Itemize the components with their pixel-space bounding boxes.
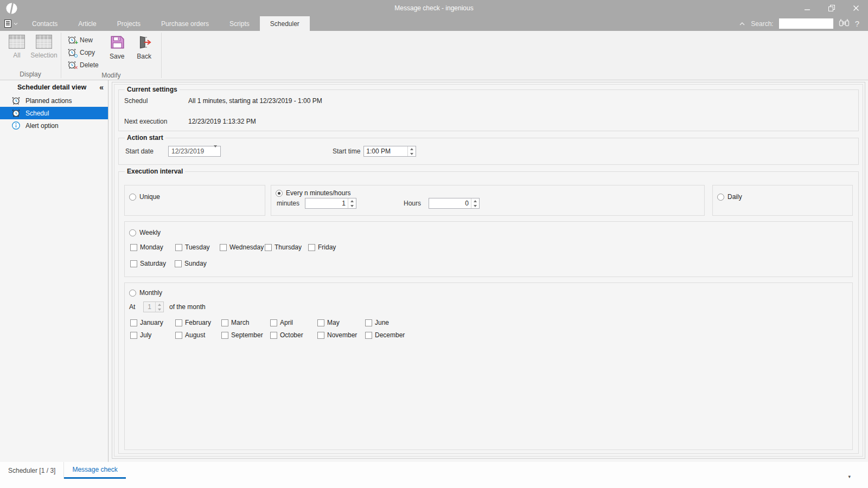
sidebar-collapse-button[interactable]: « xyxy=(99,83,104,92)
dropdown-arrow-icon[interactable] xyxy=(210,147,220,155)
daily-radio[interactable] xyxy=(717,194,724,201)
tab-contacts[interactable]: Contacts xyxy=(22,16,68,31)
tab-list-dropdown-icon[interactable]: ▾ xyxy=(848,474,851,479)
spin-up-button[interactable] xyxy=(471,198,479,203)
minutes-spinner[interactable]: 1 xyxy=(305,198,356,209)
minimize-button[interactable] xyxy=(795,0,819,16)
july-checkbox[interactable] xyxy=(130,332,137,339)
saturday-checkbox-item[interactable]: Saturday xyxy=(130,260,175,267)
close-button[interactable] xyxy=(844,0,868,16)
may-checkbox[interactable] xyxy=(317,319,324,326)
spin-up-button[interactable] xyxy=(156,302,163,307)
unique-radio-option[interactable]: Unique xyxy=(129,193,260,201)
june-checkbox[interactable] xyxy=(365,319,372,326)
tab-purchase-orders[interactable]: Purchase orders xyxy=(151,16,219,31)
april-checkbox-item[interactable]: April xyxy=(270,319,317,326)
day-of-month-spinner[interactable]: 1 xyxy=(143,301,164,312)
monthly-radio[interactable] xyxy=(129,290,136,297)
wednesday-checkbox[interactable] xyxy=(220,244,227,251)
delete-button[interactable]: ✕ Delete xyxy=(65,59,101,71)
march-checkbox[interactable] xyxy=(221,319,228,326)
bottom-tab-scheduler[interactable]: Scheduler [1 / 3] xyxy=(0,462,64,479)
all-button[interactable]: All xyxy=(3,33,30,59)
saturday-checkbox[interactable] xyxy=(130,260,137,267)
monday-checkbox-item[interactable]: Monday xyxy=(130,243,175,251)
spin-down-button[interactable] xyxy=(471,203,479,208)
sidebar-item-planned-actions[interactable]: Planned actions xyxy=(0,94,108,107)
start-date-select[interactable]: 12/23/2019 xyxy=(168,146,221,157)
ribbon-toolbar: All Selection Display + New xyxy=(0,31,868,80)
june-checkbox-item[interactable]: June xyxy=(365,319,389,326)
find-button[interactable] xyxy=(839,18,850,29)
weekly-radio-option[interactable]: Weekly xyxy=(129,229,848,236)
tuesday-checkbox-item[interactable]: Tuesday xyxy=(175,243,220,251)
spin-down-button[interactable] xyxy=(348,203,356,208)
december-checkbox[interactable] xyxy=(365,332,372,339)
copy-button[interactable]: Copy xyxy=(65,46,101,59)
search-input[interactable] xyxy=(779,18,833,29)
new-button[interactable]: + New xyxy=(65,34,101,46)
august-checkbox[interactable] xyxy=(175,332,182,339)
sunday-checkbox-item[interactable]: Sunday xyxy=(175,260,207,267)
february-checkbox-item[interactable]: February xyxy=(175,319,221,326)
application-menu-button[interactable] xyxy=(0,16,22,31)
start-time-spinner[interactable]: 1:00 PM xyxy=(363,146,416,157)
back-button[interactable]: Back xyxy=(131,33,158,60)
thursday-checkbox[interactable] xyxy=(265,244,272,251)
monday-checkbox[interactable] xyxy=(130,244,137,251)
august-checkbox-item[interactable]: August xyxy=(175,331,221,339)
may-checkbox-item[interactable]: May xyxy=(317,319,365,326)
spin-up-button[interactable] xyxy=(408,146,416,151)
every-n-radio-option[interactable]: Every n minutes/hours xyxy=(276,189,700,197)
tab-scheduler[interactable]: Scheduler xyxy=(260,16,310,31)
january-checkbox[interactable] xyxy=(130,319,137,326)
sidebar-item-alert-option[interactable]: Alert option xyxy=(0,119,108,132)
selection-button-label: Selection xyxy=(30,52,57,59)
save-button[interactable]: Save xyxy=(104,33,131,60)
monthly-radio-option[interactable]: Monthly xyxy=(129,289,848,297)
july-checkbox-item[interactable]: July xyxy=(130,331,175,339)
tuesday-checkbox[interactable] xyxy=(175,244,182,251)
december-checkbox-item[interactable]: December xyxy=(365,331,405,339)
january-label: January xyxy=(140,319,163,326)
wednesday-checkbox-item[interactable]: Wednesday xyxy=(220,243,265,251)
weekly-radio[interactable] xyxy=(129,229,136,236)
group-current-settings: Current settings Schedul All 1 minutes, … xyxy=(118,86,859,131)
april-checkbox[interactable] xyxy=(270,319,277,326)
group-execution-interval-legend: Execution interval xyxy=(125,168,185,175)
november-checkbox[interactable] xyxy=(317,332,324,339)
selection-button[interactable]: Selection xyxy=(30,33,58,59)
help-button[interactable]: ? xyxy=(855,19,859,28)
unique-radio[interactable] xyxy=(129,194,136,201)
october-checkbox-item[interactable]: October xyxy=(270,331,317,339)
thursday-checkbox-item[interactable]: Thursday xyxy=(265,243,308,251)
february-checkbox[interactable] xyxy=(175,319,182,326)
march-label: March xyxy=(231,319,249,326)
april-label: April xyxy=(280,319,293,326)
day-of-month-value: 1 xyxy=(144,302,155,312)
sidebar-item-schedul[interactable]: Schedul xyxy=(0,107,108,119)
every-n-radio[interactable] xyxy=(276,190,283,197)
october-checkbox[interactable] xyxy=(270,332,277,339)
tab-scripts[interactable]: Scripts xyxy=(219,16,260,31)
september-checkbox-item[interactable]: September xyxy=(221,331,270,339)
unique-option-box: Unique xyxy=(124,185,265,216)
save-button-label: Save xyxy=(110,53,124,60)
spin-down-button[interactable] xyxy=(408,151,416,156)
september-checkbox[interactable] xyxy=(221,332,228,339)
bottom-tab-message-check[interactable]: Message check xyxy=(64,462,125,479)
sunday-checkbox[interactable] xyxy=(175,260,182,267)
tab-article[interactable]: Article xyxy=(68,16,106,31)
march-checkbox-item[interactable]: March xyxy=(221,319,270,326)
ribbon-collapse-button[interactable] xyxy=(739,20,745,28)
friday-checkbox[interactable] xyxy=(308,244,315,251)
spin-down-button[interactable] xyxy=(156,307,163,312)
tab-projects[interactable]: Projects xyxy=(107,16,151,31)
spin-up-button[interactable] xyxy=(348,198,356,203)
hours-spinner[interactable]: 0 xyxy=(429,198,480,209)
november-checkbox-item[interactable]: November xyxy=(317,331,365,339)
january-checkbox-item[interactable]: January xyxy=(130,319,175,326)
daily-radio-option[interactable]: Daily xyxy=(717,193,848,201)
maximize-restore-button[interactable] xyxy=(819,0,844,16)
friday-checkbox-item[interactable]: Friday xyxy=(308,243,336,251)
